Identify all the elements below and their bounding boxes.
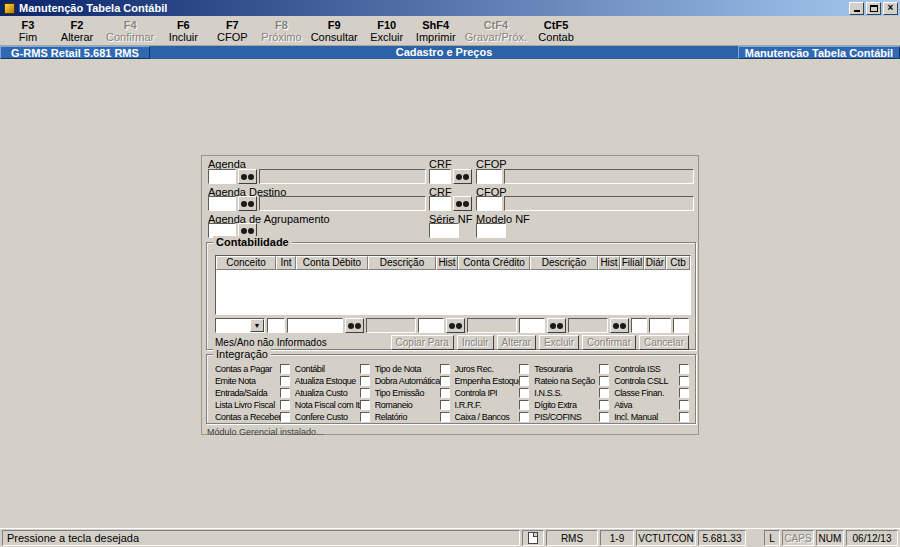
checkbox[interactable]	[679, 364, 689, 374]
checkbox-confere-custo[interactable]: Confere Custo	[295, 411, 370, 423]
checkbox-ativa[interactable]: Ativa	[614, 399, 689, 411]
agenda-destino-search-button[interactable]	[238, 196, 257, 211]
toolbar-f10-excluir[interactable]: F10 Excluir	[367, 19, 407, 43]
checkbox-empenha-estoque[interactable]: Empenha Estoque	[455, 375, 530, 387]
checkbox[interactable]	[360, 376, 370, 386]
checkbox[interactable]	[599, 376, 609, 386]
checkbox-emite-nota[interactable]: Emite Nota	[215, 375, 290, 387]
checkbox-atualiza-custo[interactable]: Atualiza Custo	[295, 387, 370, 399]
hist-debito-input[interactable]	[418, 318, 444, 333]
checkbox-caixa-bancos[interactable]: Caixa / Bancos	[455, 411, 530, 423]
checkbox[interactable]	[599, 412, 609, 422]
checkbox-irrf[interactable]: I.R.R.F.	[455, 399, 530, 411]
checkbox[interactable]	[280, 388, 290, 398]
checkbox[interactable]	[519, 364, 529, 374]
checkbox-dobra-automatica[interactable]: Dobra Automática	[375, 375, 450, 387]
checkbox-romaneio[interactable]: Romaneio	[375, 399, 450, 411]
checkbox[interactable]	[679, 400, 689, 410]
toolbar-f3-fim[interactable]: F3 Fim	[8, 19, 48, 43]
modelo-nf-input[interactable]	[476, 223, 506, 238]
checkbox-atualiza-estoque[interactable]: Atualiza Estoque	[295, 375, 370, 387]
checkbox-classe-finan[interactable]: Classe Finan.	[614, 387, 689, 399]
serie-nf-input[interactable]	[429, 223, 459, 238]
toolbar-f9-consultar[interactable]: F9 Consultar	[311, 19, 358, 43]
chevron-down-icon[interactable]: ▼	[250, 319, 264, 332]
toolbar-f6-incluir[interactable]: F6 Incluir	[163, 19, 203, 43]
diario-input[interactable]	[649, 318, 671, 333]
checkbox-contas-a-receber[interactable]: Contas a Receber	[215, 411, 290, 423]
agenda-destino-input[interactable]	[208, 196, 236, 211]
grid-header-descricao-2[interactable]: Descrição	[530, 256, 598, 270]
grid-body[interactable]	[216, 270, 690, 314]
crf-search-button[interactable]	[453, 169, 472, 184]
toolbar-f2-alterar[interactable]: F2 Alterar	[57, 19, 97, 43]
checkbox-controla-iss[interactable]: Controla ISS	[614, 363, 689, 375]
grid-header-hist-2[interactable]: Hist	[598, 256, 620, 270]
cfop-input[interactable]	[476, 169, 502, 184]
checkbox[interactable]	[440, 400, 450, 410]
checkbox[interactable]	[519, 412, 529, 422]
grid-header-descricao-1[interactable]: Descrição	[368, 256, 436, 270]
checkbox[interactable]	[280, 412, 290, 422]
checkbox[interactable]	[599, 364, 609, 374]
checkbox-rateio-na-secao[interactable]: Rateio na Seção	[534, 375, 609, 387]
checkbox-incl-manual[interactable]: Incl. Manual	[614, 411, 689, 423]
conta-debito-search-button[interactable]	[345, 318, 364, 333]
grid-header-diar[interactable]: Diár	[644, 256, 666, 270]
checkbox-tesouraria[interactable]: Tesouraria	[534, 363, 609, 375]
grid-header-int[interactable]: Int	[276, 256, 296, 270]
checkbox-entrada-saida[interactable]: Entrada/Saída	[215, 387, 290, 399]
toolbar-shf4-imprimir[interactable]: ShF4 Imprimir	[416, 19, 456, 43]
toolbar-f7-cfop[interactable]: F7 CFOP	[212, 19, 252, 43]
checkbox-relatorio[interactable]: Relatório	[375, 411, 450, 423]
grid-header-conceito[interactable]: Conceito	[216, 256, 276, 270]
grid-header-conta-debito[interactable]: Conta Débito	[296, 256, 368, 270]
checkbox-contabil[interactable]: Contábil	[295, 363, 370, 375]
checkbox[interactable]	[679, 388, 689, 398]
checkbox-tipo-de-nota[interactable]: Tipo de Nota	[375, 363, 450, 375]
checkbox[interactable]	[360, 412, 370, 422]
checkbox[interactable]	[360, 400, 370, 410]
crf2-input[interactable]	[429, 196, 451, 211]
agenda-search-button[interactable]	[238, 169, 257, 184]
checkbox-nota-fiscal-com-item[interactable]: Nota Fiscal com Item	[295, 399, 370, 411]
grid-header-filial[interactable]: Filial	[620, 256, 644, 270]
checkbox-tipo-emissao[interactable]: Tipo Emissão	[375, 387, 450, 399]
conta-debito-input[interactable]	[287, 318, 343, 333]
cfop2-input[interactable]	[476, 196, 502, 211]
checkbox[interactable]	[440, 376, 450, 386]
conta-credito-search-button[interactable]	[547, 318, 566, 333]
checkbox[interactable]	[360, 388, 370, 398]
checkbox[interactable]	[280, 364, 290, 374]
maximize-button[interactable]	[866, 2, 881, 15]
crf-input[interactable]	[429, 169, 451, 184]
grid-header-conta-credito[interactable]: Conta Crédito	[458, 256, 530, 270]
checkbox-digito-extra[interactable]: Dígito Extra	[534, 399, 609, 411]
hist-credito-search-button[interactable]	[610, 318, 629, 333]
checkbox[interactable]	[519, 400, 529, 410]
checkbox[interactable]	[519, 376, 529, 386]
grid-header-hist-1[interactable]: Hist	[436, 256, 458, 270]
checkbox[interactable]	[440, 388, 450, 398]
hist-debito-search-button[interactable]	[446, 318, 465, 333]
checkbox[interactable]	[599, 388, 609, 398]
checkbox-lista-livro-fiscal[interactable]: Lista Livro Fiscal	[215, 399, 290, 411]
checkbox[interactable]	[280, 376, 290, 386]
checkbox[interactable]	[519, 388, 529, 398]
crf2-search-button[interactable]	[453, 196, 472, 211]
checkbox[interactable]	[440, 412, 450, 422]
checkbox[interactable]	[440, 364, 450, 374]
filial-input[interactable]	[631, 318, 647, 333]
conta-credito-input[interactable]	[519, 318, 545, 333]
checkbox-controla-csll[interactable]: Controla CSLL	[614, 375, 689, 387]
agenda-input[interactable]	[208, 169, 236, 184]
checkbox-pis-cofins[interactable]: PIS/COFINS	[534, 411, 609, 423]
checkbox[interactable]	[280, 400, 290, 410]
checkbox[interactable]	[599, 400, 609, 410]
checkbox-contas-a-pagar[interactable]: Contas a Pagar	[215, 363, 290, 375]
checkbox-inss[interactable]: I.N.S.S.	[534, 387, 609, 399]
checkbox-controla-ipi[interactable]: Controla IPI	[455, 387, 530, 399]
close-button[interactable]: ×	[883, 2, 898, 15]
ctb-input[interactable]	[673, 318, 689, 333]
grid-header-ctb[interactable]: Ctb	[666, 256, 690, 270]
